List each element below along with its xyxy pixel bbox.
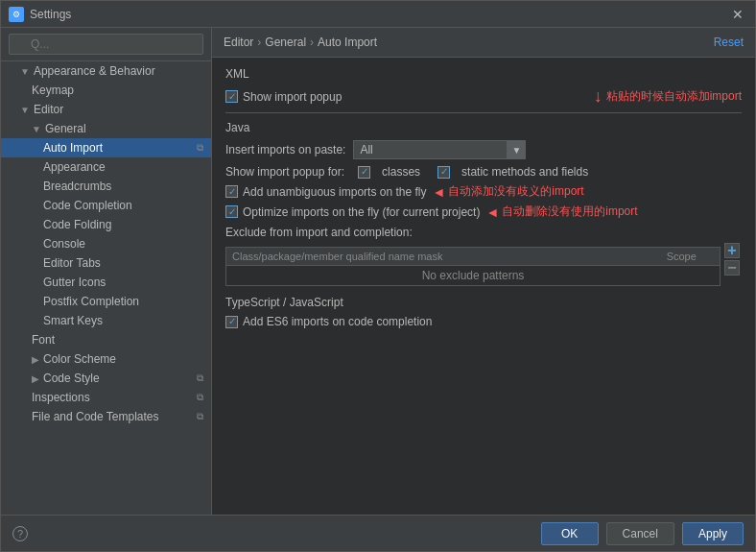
add-es6-row: Add ES6 imports on code completion [225, 315, 742, 328]
arrow-icon: ▶ [32, 373, 39, 384]
typescript-section-header: TypeScript / JavaScript [225, 296, 742, 309]
sidebar-item-label: Code Completion [43, 199, 132, 212]
sidebar-item-label: General [45, 122, 86, 135]
main-panel: Editor › General › Auto Import Reset XML… [212, 28, 755, 515]
sidebar-item-smart-keys[interactable]: Smart Keys [1, 311, 211, 330]
sidebar-item-appearance[interactable]: Appearance [1, 157, 211, 177]
no-patterns-cell: No exclude patterns [226, 266, 721, 286]
sidebar-item-code-folding[interactable]: Code Folding [1, 215, 211, 234]
add-unambiguous-label: Add unambiguous imports on the fly [243, 185, 426, 199]
sidebar-item-color-scheme[interactable]: ▶ Color Scheme [1, 349, 211, 369]
annotation3-text: 自动删除没有使用的import [502, 204, 637, 220]
sidebar-item-label: Editor Tabs [43, 256, 101, 270]
help-button[interactable]: ? [12, 526, 28, 541]
add-es6-checkbox[interactable] [225, 316, 238, 328]
sidebar-item-keymap[interactable]: Keymap [1, 81, 211, 100]
copy-icon: ⧉ [197, 392, 203, 403]
table-action-buttons: + − [724, 243, 742, 286]
optimize-imports-check: Optimize imports on the fly (for current… [225, 205, 480, 219]
show-popup-for-row: Show import popup for: classes static me… [225, 165, 742, 179]
breadcrumb-general: General [265, 36, 306, 49]
search-input[interactable] [9, 34, 203, 55]
panel-content: XML Show import popup ↓ 粘贴的时候自动添加import … [212, 58, 755, 515]
sidebar-item-label: Code Folding [43, 218, 111, 231]
annotation2-arrow: ◄ [432, 184, 445, 200]
breadcrumb-sep2: › [310, 36, 314, 49]
add-unambiguous-check: Add unambiguous imports on the fly [225, 185, 426, 199]
insert-imports-combo[interactable]: All [353, 140, 526, 159]
exclude-section: Class/package/member qualified name mask… [225, 243, 742, 286]
sidebar-item-appearance-behavior[interactable]: ▼ Appearance & Behavior [1, 61, 211, 81]
breadcrumb-editor: Editor [224, 36, 253, 49]
settings-window: ⚙ Settings ✕ 🔍 ▼ Appearance & Behavior K… [0, 0, 756, 552]
ok-button[interactable]: OK [541, 522, 599, 545]
show-import-popup-checkbox[interactable] [225, 90, 238, 103]
main-content: 🔍 ▼ Appearance & Behavior Keymap ▼ Edito… [1, 28, 755, 515]
no-patterns-row: No exclude patterns [226, 266, 721, 286]
sidebar-item-label: Auto Import [43, 141, 103, 155]
sidebar-item-gutter-icons[interactable]: Gutter Icons [1, 273, 211, 292]
sidebar-item-code-style[interactable]: ▶ Code Style ⧉ [1, 369, 211, 388]
sidebar-item-postfix-completion[interactable]: Postfix Completion [1, 292, 211, 311]
annotation1-arrow: ↓ [594, 86, 602, 107]
optimize-imports-checkbox[interactable] [225, 205, 238, 218]
optimize-imports-label: Optimize imports on the fly (for current… [243, 205, 480, 219]
sidebar-item-font[interactable]: Font [1, 330, 211, 349]
sidebar-item-editor-tabs[interactable]: Editor Tabs [1, 253, 211, 273]
optimize-imports-row: Optimize imports on the fly (for current… [225, 204, 742, 220]
insert-imports-row: Insert imports on paste: All ▼ [225, 140, 742, 159]
sidebar-item-general[interactable]: ▼ General [1, 119, 211, 138]
sidebar-item-breadcrumbs[interactable]: Breadcrumbs [1, 177, 211, 196]
sidebar-item-label: Appearance [43, 160, 106, 174]
sidebar-item-console[interactable]: Console [1, 234, 211, 253]
arrow-icon: ▶ [32, 354, 39, 365]
insert-imports-combo-wrapper: All ▼ [353, 140, 526, 159]
close-button[interactable]: ✕ [728, 7, 747, 22]
annotation1-text: 粘贴的时候自动添加import [606, 88, 742, 105]
app-icon: ⚙ [9, 7, 24, 22]
add-es6-label: Add ES6 imports on code completion [243, 315, 432, 328]
sidebar-item-auto-import[interactable]: Auto Import ⧉ [1, 138, 211, 157]
remove-exclude-button[interactable]: − [724, 260, 740, 276]
footer: ? OK Cancel Apply [1, 515, 755, 551]
sidebar-item-label: Console [43, 237, 85, 251]
col-name-header: Class/package/member qualified name mask [226, 248, 644, 266]
classes-checkbox[interactable] [358, 166, 370, 179]
show-import-popup-check[interactable]: Show import popup [225, 90, 342, 104]
apply-button[interactable]: Apply [682, 522, 744, 545]
sidebar-item-label: Breadcrumbs [43, 180, 111, 193]
breadcrumb-sep1: › [257, 36, 261, 49]
divider1 [225, 112, 742, 113]
arrow-icon: ▼ [32, 124, 41, 134]
show-popup-for-label: Show import popup for: [225, 165, 344, 179]
sidebar-item-code-completion[interactable]: Code Completion [1, 196, 211, 215]
sidebar-item-inspections[interactable]: Inspections ⧉ [1, 388, 211, 407]
add-unambiguous-row: Add unambiguous imports on the fly ◄ 自动添… [225, 183, 742, 200]
static-methods-checkbox[interactable] [437, 166, 450, 179]
sidebar-item-file-and-code-templates[interactable]: File and Code Templates ⧉ [1, 407, 211, 426]
sidebar-item-label: Appearance & Behavior [34, 64, 155, 78]
reset-button[interactable]: Reset [714, 36, 744, 49]
annotation3-arrow: ◄ [485, 204, 499, 220]
col-scope-header: Scope [644, 248, 721, 266]
classes-label: classes [382, 165, 420, 179]
show-import-popup-label: Show import popup [243, 90, 342, 104]
sidebar-item-editor[interactable]: ▼ Editor [1, 100, 211, 119]
cancel-button[interactable]: Cancel [606, 522, 674, 545]
sidebar-item-label: File and Code Templates [32, 410, 159, 423]
sidebar-item-label: Gutter Icons [43, 276, 106, 289]
sidebar-item-label: Color Scheme [43, 352, 116, 366]
add-exclude-button[interactable]: + [724, 243, 740, 258]
breadcrumb: Editor › General › Auto Import Reset [212, 28, 755, 58]
title-bar: ⚙ Settings ✕ [1, 1, 755, 28]
java-section-header: Java [225, 121, 742, 134]
window-title: Settings [30, 8, 728, 21]
copy-icon: ⧉ [197, 142, 203, 154]
typescript-section: TypeScript / JavaScript Add ES6 imports … [225, 296, 742, 328]
sidebar-item-label: Font [32, 333, 55, 347]
show-import-popup-row: Show import popup ↓ 粘贴的时候自动添加import [225, 86, 742, 107]
exclude-table: Class/package/member qualified name mask… [225, 247, 721, 286]
sidebar-item-label: Postfix Completion [43, 295, 139, 308]
add-unambiguous-checkbox[interactable] [225, 185, 238, 198]
arrow-icon: ▼ [20, 66, 30, 77]
